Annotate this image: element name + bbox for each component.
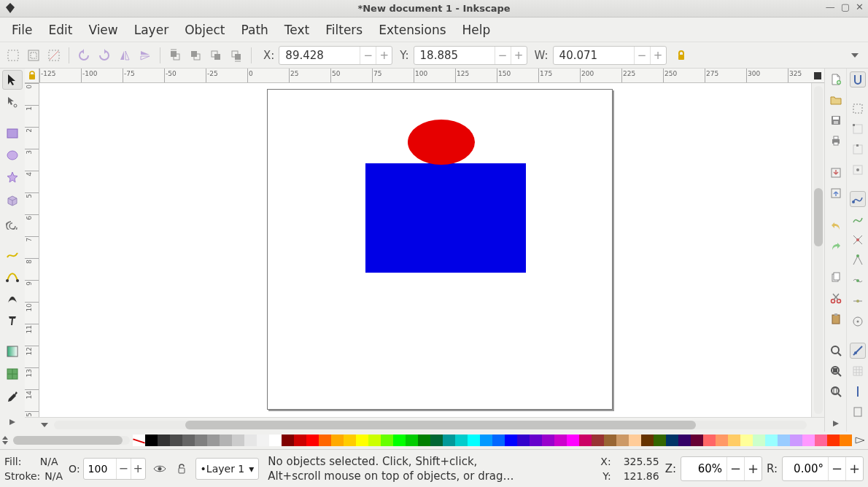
- color-swatch[interactable]: [207, 435, 220, 446]
- calligraphy-tool[interactable]: [2, 289, 23, 308]
- copy-icon[interactable]: [828, 270, 844, 286]
- canvas-ellipse[interactable]: [408, 120, 475, 165]
- select-all-layers-icon[interactable]: [4, 47, 22, 64]
- color-swatch[interactable]: [195, 435, 207, 446]
- color-swatch[interactable]: [331, 435, 344, 446]
- lower-bottom-icon[interactable]: [228, 47, 245, 64]
- color-swatch[interactable]: [703, 435, 716, 446]
- snap-center-icon[interactable]: [850, 313, 866, 330]
- color-swatch[interactable]: [306, 435, 319, 446]
- deselect-icon[interactable]: [45, 47, 63, 64]
- menu-extensions[interactable]: Extensions: [371, 20, 453, 40]
- node-tool[interactable]: [2, 93, 23, 112]
- rectangle-tool[interactable]: [2, 123, 23, 143]
- new-doc-icon[interactable]: [828, 71, 844, 87]
- color-swatch[interactable]: [220, 435, 232, 446]
- selector-tool[interactable]: [2, 70, 23, 90]
- rotate-ccw-icon[interactable]: [75, 47, 93, 64]
- color-swatch[interactable]: [666, 435, 678, 446]
- color-swatch[interactable]: [145, 435, 158, 446]
- x-decrement[interactable]: −: [360, 47, 376, 64]
- commands-overflow-icon[interactable]: [828, 416, 844, 432]
- canvas[interactable]: [39, 83, 811, 417]
- snap-path-icon[interactable]: [850, 211, 866, 227]
- palette-config-icon[interactable]: [852, 435, 868, 445]
- layer-selector[interactable]: •Layer 1 ▾: [195, 458, 260, 480]
- color-swatch[interactable]: [381, 435, 393, 446]
- snap-bbox-edge-icon[interactable]: [850, 141, 866, 157]
- w-field[interactable]: [554, 49, 634, 62]
- color-swatch[interactable]: [827, 435, 840, 446]
- x-field[interactable]: [279, 49, 360, 62]
- rotation-decrement[interactable]: −: [828, 457, 845, 480]
- ruler-corner[interactable]: [25, 69, 39, 83]
- horizontal-scrollbar[interactable]: [54, 421, 807, 429]
- color-swatch[interactable]: [319, 435, 331, 446]
- lock-aspect-icon[interactable]: [673, 47, 690, 64]
- menu-edit[interactable]: Edit: [41, 20, 80, 40]
- paste-icon[interactable]: [828, 311, 844, 327]
- snap-guide-icon[interactable]: [850, 383, 866, 400]
- color-swatch[interactable]: [815, 435, 827, 446]
- color-swatch[interactable]: [716, 435, 728, 446]
- snap-intersection-icon[interactable]: [850, 232, 866, 248]
- y-decrement[interactable]: −: [495, 47, 511, 64]
- layer-visible-icon[interactable]: [152, 461, 168, 477]
- pencil-tool[interactable]: [2, 244, 23, 264]
- color-swatch[interactable]: [133, 435, 145, 446]
- export-icon[interactable]: [828, 185, 844, 201]
- color-swatch[interactable]: [505, 435, 517, 446]
- toolbar-overflow-icon[interactable]: [846, 47, 864, 64]
- color-swatch[interactable]: [740, 435, 753, 446]
- color-swatch[interactable]: [430, 435, 443, 446]
- rotation-increment[interactable]: +: [845, 457, 863, 480]
- color-swatch[interactable]: [182, 435, 195, 446]
- flip-h-icon[interactable]: [116, 47, 133, 64]
- menu-filters[interactable]: Filters: [318, 20, 370, 40]
- color-swatch[interactable]: [790, 435, 802, 446]
- color-swatch[interactable]: [753, 435, 765, 446]
- color-swatch[interactable]: [802, 435, 815, 446]
- color-swatch[interactable]: [282, 435, 294, 446]
- flip-v-icon[interactable]: [136, 47, 154, 64]
- color-swatch[interactable]: [542, 435, 554, 446]
- color-swatch[interactable]: [840, 435, 852, 446]
- menu-view[interactable]: View: [81, 20, 125, 40]
- color-swatch[interactable]: [554, 435, 567, 446]
- snap-midpoint-icon[interactable]: [850, 293, 866, 309]
- fill-stroke-indicator[interactable]: Fill: N/A Stroke:N/A: [4, 454, 63, 483]
- color-swatch[interactable]: [294, 435, 306, 446]
- vertical-scrollbar[interactable]: [811, 83, 824, 417]
- save-doc-icon[interactable]: [828, 112, 844, 128]
- select-all-icon[interactable]: [25, 47, 42, 64]
- minimize-button[interactable]: —: [826, 1, 835, 12]
- spiral-tool[interactable]: [2, 213, 23, 233]
- x-increment[interactable]: +: [376, 47, 392, 64]
- snap-page-icon[interactable]: [850, 404, 866, 420]
- color-swatch[interactable]: [269, 435, 282, 446]
- import-icon[interactable]: [828, 165, 844, 181]
- color-swatch[interactable]: [592, 435, 604, 446]
- color-swatch[interactable]: [691, 435, 703, 446]
- rotate-cw-icon[interactable]: [96, 47, 113, 64]
- redo-icon[interactable]: [828, 238, 844, 254]
- color-swatch[interactable]: [629, 435, 641, 446]
- mesh-tool[interactable]: [2, 365, 23, 384]
- zoom-page-icon[interactable]: [828, 383, 844, 400]
- color-swatch[interactable]: [778, 435, 790, 446]
- color-swatch[interactable]: [604, 435, 616, 446]
- color-swatch[interactable]: [641, 435, 654, 446]
- zoom-field[interactable]: [681, 462, 726, 475]
- zoom-input[interactable]: − +: [681, 456, 762, 481]
- color-swatch[interactable]: [443, 435, 455, 446]
- color-swatch[interactable]: [728, 435, 740, 446]
- toolbox-overflow-icon[interactable]: [2, 412, 23, 432]
- snap-bbox-center-icon[interactable]: [850, 162, 866, 178]
- palette-menu-icon[interactable]: [0, 436, 10, 445]
- bezier-tool[interactable]: [2, 266, 23, 286]
- color-swatch[interactable]: [530, 435, 542, 446]
- ruler-vertical[interactable]: 0123456789101112131415: [25, 83, 39, 417]
- color-swatch[interactable]: [616, 435, 629, 446]
- opacity-decrement[interactable]: −: [116, 459, 131, 479]
- lower-icon[interactable]: [207, 47, 225, 64]
